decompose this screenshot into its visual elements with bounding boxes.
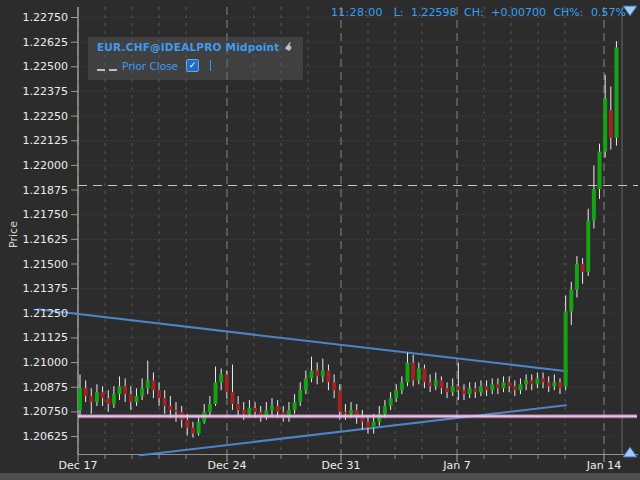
candle-body xyxy=(592,189,596,221)
candle xyxy=(518,378,522,394)
candle-body xyxy=(389,398,393,406)
legend-symbol-title: EUR.CHF@IDEALPRO Midpoint xyxy=(97,41,280,53)
last-value: 1.22598 xyxy=(411,6,457,19)
candle-body xyxy=(406,363,410,383)
candle xyxy=(456,363,460,400)
candle-body xyxy=(304,378,308,390)
candle-body xyxy=(445,388,449,392)
bottom-scrollbar[interactable] xyxy=(0,473,640,480)
candle-body xyxy=(191,428,195,434)
candle xyxy=(592,165,596,228)
candle-body xyxy=(552,382,556,386)
x-tick-label: Dec 24 xyxy=(208,459,247,472)
candle xyxy=(428,374,432,392)
candle-body xyxy=(134,396,138,402)
quote-line: L: 1.22598 CH: +0.00700 CH%: 0.57% xyxy=(390,6,626,19)
candle xyxy=(569,282,573,325)
candle-body xyxy=(129,394,133,402)
candle xyxy=(485,380,489,396)
candle xyxy=(140,378,144,400)
candle-body xyxy=(513,386,517,390)
change-pct-value: 0.57% xyxy=(591,6,626,19)
candle-body xyxy=(219,374,223,382)
candle xyxy=(208,396,212,416)
candle-body xyxy=(603,98,607,151)
candle xyxy=(541,372,545,388)
y-tick-label: 1.22375 xyxy=(6,85,68,98)
candle-body xyxy=(434,380,438,386)
y-tick-label: 1.22125 xyxy=(6,134,68,147)
candle-body xyxy=(422,369,426,383)
candle-body xyxy=(575,264,579,290)
candle xyxy=(496,378,500,394)
candle-body xyxy=(383,406,387,414)
change-pct-label: CH%: xyxy=(553,6,583,19)
candle xyxy=(310,357,314,383)
y-tick-label: 1.22000 xyxy=(6,159,68,172)
candle-body xyxy=(208,404,212,412)
y-tick-label: 1.21875 xyxy=(6,184,68,197)
trading-chart-window: Price 1.227501.226251.225001.223751.2225… xyxy=(0,0,640,480)
y-tick-label: 1.21375 xyxy=(6,282,68,295)
candle-body xyxy=(456,386,460,390)
candle-body xyxy=(462,390,466,394)
candle xyxy=(259,406,263,422)
x-tick-label: Jan 14 xyxy=(587,459,621,472)
candle-body xyxy=(490,384,494,390)
candle xyxy=(112,386,116,408)
candle-body xyxy=(366,422,370,428)
candle xyxy=(439,376,443,394)
candle xyxy=(507,376,511,392)
legend-caret xyxy=(210,60,211,71)
candle-body xyxy=(343,412,347,414)
chart-legend[interactable]: EUR.CHF@IDEALPRO Midpoint ☛ Prior Close … xyxy=(88,37,303,80)
candle-body xyxy=(411,363,415,381)
candle xyxy=(575,256,579,297)
candle xyxy=(530,374,534,390)
candle xyxy=(151,372,155,398)
y-tick-label: 1.20750 xyxy=(6,405,68,418)
candle-body xyxy=(157,390,161,398)
candle-body xyxy=(439,380,443,388)
candle xyxy=(293,394,297,414)
candle-body xyxy=(558,382,562,388)
change-label: CH: xyxy=(464,6,484,19)
candle xyxy=(406,353,410,387)
scroll-up-arrow-icon[interactable] xyxy=(623,447,637,457)
candle xyxy=(298,382,302,406)
x-tick-label: Jan 7 xyxy=(443,459,470,472)
y-tick-label: 1.21000 xyxy=(6,356,68,369)
candle xyxy=(315,363,319,385)
prior-close-checkbox[interactable]: ✓ xyxy=(186,59,199,72)
candle-body xyxy=(236,404,240,410)
candle-body xyxy=(614,47,618,137)
candle xyxy=(598,144,602,199)
descending-trendline[interactable] xyxy=(38,309,567,371)
candle-body xyxy=(338,390,342,412)
candle-body xyxy=(372,422,376,428)
candle xyxy=(146,361,150,395)
candle xyxy=(118,376,122,400)
candle-body xyxy=(581,264,585,272)
chart-clock: 11:28:00 xyxy=(331,6,383,19)
candle xyxy=(609,87,613,150)
candle xyxy=(422,365,426,389)
candle xyxy=(236,396,240,416)
candle xyxy=(502,376,506,392)
candle xyxy=(281,406,285,422)
candle-body xyxy=(332,382,336,390)
candle xyxy=(473,382,477,398)
candle-body xyxy=(569,290,573,312)
legend-series-row: Prior Close ✓ xyxy=(97,56,294,75)
candle-body xyxy=(146,380,150,388)
candle xyxy=(214,367,218,406)
candle-body xyxy=(518,384,522,390)
candle-body xyxy=(535,378,539,384)
legend-title-row[interactable]: EUR.CHF@IDEALPRO Midpoint ☛ xyxy=(97,41,294,53)
candle xyxy=(84,380,88,402)
candle-body xyxy=(507,382,511,386)
candle-body xyxy=(197,422,201,434)
candle-body xyxy=(598,152,602,189)
candle-body xyxy=(428,382,432,386)
candle xyxy=(360,410,364,430)
